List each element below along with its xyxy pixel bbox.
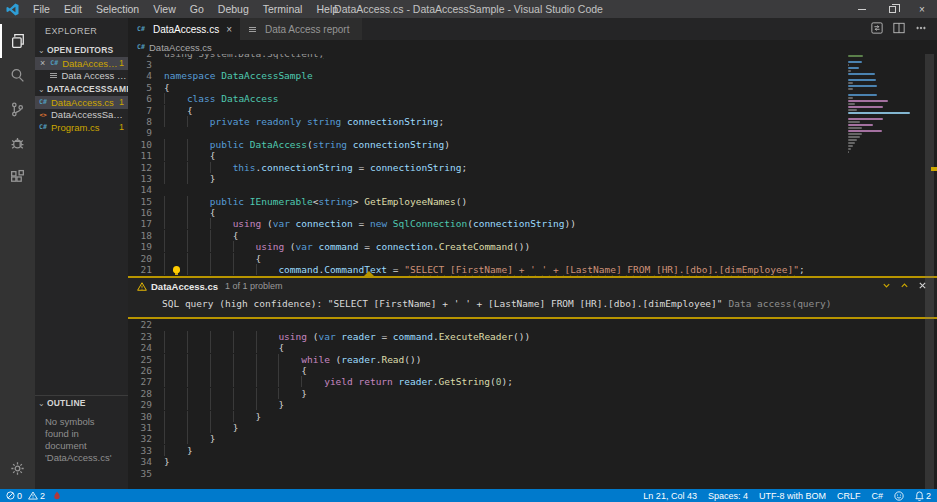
tree-item[interactable]: <>DataAccessSample.cs... bbox=[35, 109, 128, 122]
previous-problem-icon[interactable] bbox=[900, 281, 909, 292]
explorer-sidebar: EXPLORER ⌄OPEN EDITORS ×C#DataAccess.cs1… bbox=[35, 18, 128, 489]
problems-status[interactable]: 0 2 bbox=[6, 491, 45, 501]
debug-icon[interactable] bbox=[0, 126, 35, 160]
code-line[interactable]: 3 bbox=[128, 59, 937, 70]
code-line[interactable]: 30 } bbox=[128, 411, 937, 422]
lightbulb-icon[interactable] bbox=[173, 266, 180, 273]
code-line[interactable]: 35 bbox=[128, 468, 937, 479]
tree-item[interactable]: C#DataAccess.cs1 bbox=[35, 96, 128, 109]
code-line[interactable]: 32 } bbox=[128, 433, 937, 444]
tree-item[interactable]: C#Program.cs1 bbox=[35, 121, 128, 134]
open-editor-item[interactable]: ×C#DataAccess.cs1 bbox=[35, 57, 128, 70]
project-file-icon: <> bbox=[38, 111, 48, 118]
breadcrumb[interactable]: C# DataAccess.cs bbox=[128, 40, 937, 54]
open-changes-icon[interactable] bbox=[871, 20, 883, 38]
code-line[interactable]: 31 } bbox=[128, 422, 937, 433]
line-number: 24 bbox=[128, 342, 152, 353]
line-number: 19 bbox=[128, 241, 152, 252]
code-line[interactable]: 19 using (var command = connection.Creat… bbox=[128, 241, 937, 252]
next-problem-icon[interactable] bbox=[882, 281, 891, 292]
menu-debug[interactable]: Debug bbox=[211, 3, 256, 15]
vscode-window: FileEditSelectionViewGoDebugTerminalHelp… bbox=[0, 0, 937, 502]
line-number: 23 bbox=[128, 331, 152, 342]
security-extension-status[interactable] bbox=[53, 491, 61, 500]
scrollbar-slider[interactable] bbox=[925, 54, 934, 489]
code-line[interactable]: 23 using (var reader = command.ExecuteRe… bbox=[128, 331, 937, 342]
code-line[interactable]: 13 } bbox=[128, 173, 937, 184]
code-line[interactable]: 6 class DataAccess bbox=[128, 93, 937, 104]
eol-status[interactable]: CRLF bbox=[837, 491, 861, 501]
vertical-scrollbar[interactable] bbox=[922, 54, 937, 489]
split-editor-icon[interactable] bbox=[893, 20, 905, 38]
close-icon[interactable]: × bbox=[226, 24, 232, 35]
line-number: 4 bbox=[128, 70, 152, 81]
open-editors-header[interactable]: ⌄OPEN EDITORS bbox=[35, 43, 128, 57]
code-line[interactable]: 8 private readonly string connectionStri… bbox=[128, 116, 937, 127]
code-line[interactable]: 10 public DataAccess(string connectionSt… bbox=[128, 139, 937, 150]
close-icon[interactable]: × bbox=[40, 58, 48, 68]
code-line[interactable]: 24 { bbox=[128, 342, 937, 353]
menu-view[interactable]: View bbox=[146, 3, 183, 15]
minimize-button[interactable] bbox=[847, 0, 877, 18]
problem-message: SQL query (high confidence): "SELECT [Fi… bbox=[162, 298, 723, 309]
more-actions-icon[interactable] bbox=[915, 20, 927, 38]
explorer-icon[interactable] bbox=[0, 24, 35, 58]
bell-icon bbox=[915, 491, 924, 501]
open-editor-item[interactable]: Data Access report bbox=[35, 70, 128, 83]
close-button[interactable]: × bbox=[907, 0, 937, 18]
menu-file[interactable]: File bbox=[26, 3, 57, 15]
open-editors-list: ×C#DataAccess.cs1Data Access report bbox=[35, 57, 128, 82]
line-number: 32 bbox=[128, 433, 152, 444]
menu-selection[interactable]: Selection bbox=[89, 3, 146, 15]
code-line[interactable]: 29 } bbox=[128, 399, 937, 410]
folder-section-header[interactable]: ⌄DATAACCESSSAMPLE bbox=[35, 82, 128, 96]
code-line[interactable]: 21 command.CommandText = "SELECT [FirstN… bbox=[128, 264, 937, 275]
code-line[interactable]: 9 bbox=[128, 127, 937, 138]
language-mode[interactable]: C# bbox=[871, 491, 883, 501]
code-line[interactable]: 28 } bbox=[128, 388, 937, 399]
code-line[interactable]: 16 { bbox=[128, 207, 937, 218]
code-editor[interactable]: 2using System.Data.SqlClient;34namespace… bbox=[128, 54, 937, 489]
code-line[interactable]: 18 { bbox=[128, 230, 937, 241]
menu-help[interactable]: Help bbox=[309, 3, 345, 15]
code-line[interactable]: 34} bbox=[128, 456, 937, 467]
notifications-bell[interactable]: 2 bbox=[915, 491, 931, 501]
menu-go[interactable]: Go bbox=[183, 3, 211, 15]
vscode-logo-icon bbox=[6, 3, 19, 16]
csharp-file-icon: C# bbox=[49, 59, 59, 67]
code-line[interactable]: 5{ bbox=[128, 82, 937, 93]
code-line[interactable]: 17 using (var connection = new SqlConnec… bbox=[128, 218, 937, 229]
menu-edit[interactable]: Edit bbox=[57, 3, 89, 15]
peek-message-row[interactable]: SQL query (high confidence): "SELECT [Fi… bbox=[128, 293, 937, 309]
search-icon[interactable] bbox=[0, 58, 35, 92]
code-line[interactable]: 15 public IEnumerable<string> GetEmploye… bbox=[128, 196, 937, 207]
code-line[interactable]: 14 bbox=[128, 184, 937, 195]
menu-terminal[interactable]: Terminal bbox=[256, 3, 310, 15]
code-lines-after: 2223 using (var reader = command.Execute… bbox=[128, 319, 937, 478]
code-line[interactable]: 26 { bbox=[128, 365, 937, 376]
restore-button[interactable] bbox=[877, 0, 907, 18]
code-line[interactable]: 11 { bbox=[128, 150, 937, 161]
indentation-status[interactable]: Spaces: 4 bbox=[708, 491, 748, 501]
extensions-icon[interactable] bbox=[0, 160, 35, 194]
code-line[interactable]: 7 { bbox=[128, 105, 937, 116]
code-line[interactable]: 27 yield return reader.GetString(0); bbox=[128, 376, 937, 387]
problem-count-badge: 1 bbox=[119, 97, 128, 107]
tab-data-access-report[interactable]: Data Access report bbox=[240, 18, 362, 40]
feedback-smiley-icon[interactable] bbox=[894, 491, 904, 501]
settings-gear-icon[interactable] bbox=[0, 451, 35, 485]
file-label: Program.cs bbox=[51, 122, 100, 133]
code-line[interactable]: 4namespace DataAccessSample bbox=[128, 70, 937, 81]
code-line[interactable]: 12 this.connectionString = connectionStr… bbox=[128, 162, 937, 173]
tab-dataaccess-cs[interactable]: C# DataAccess.cs × bbox=[128, 18, 240, 40]
encoding-status[interactable]: UTF-8 with BOM bbox=[759, 491, 826, 501]
code-line[interactable]: 33 } bbox=[128, 445, 937, 456]
line-number: 14 bbox=[128, 184, 152, 195]
code-line[interactable]: 25 while (reader.Read()) bbox=[128, 354, 937, 365]
code-line[interactable]: 20 { bbox=[128, 253, 937, 264]
source-control-icon[interactable] bbox=[0, 92, 35, 126]
outline-header[interactable]: ⌄OUTLINE bbox=[35, 396, 128, 410]
code-line[interactable]: 22 bbox=[128, 319, 937, 330]
cursor-position[interactable]: Ln 21, Col 43 bbox=[643, 491, 697, 501]
minimap[interactable] bbox=[848, 55, 920, 157]
